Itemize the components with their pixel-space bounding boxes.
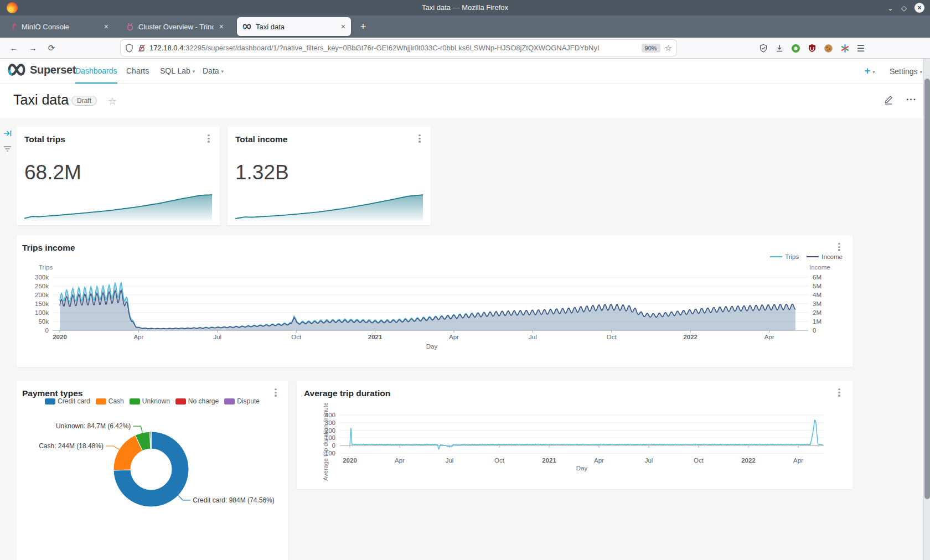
- chart-title: Total income: [235, 134, 287, 144]
- chart-card-trips-income: Trips income TripsIncome 300k6M250k5M200…: [17, 235, 852, 367]
- favorite-star-icon[interactable]: ☆: [108, 95, 117, 107]
- extension-green-icon[interactable]: [791, 44, 800, 53]
- x-axis-tick-label: 2021: [368, 334, 383, 340]
- x-axis-tick-label: Oct: [607, 334, 617, 340]
- y-axis-tick-label: 2M: [813, 309, 822, 316]
- chart-card-avg-trip-duration: Average trip duration Average trip durat…: [297, 381, 852, 489]
- x-axis-tick-label: Apr: [133, 334, 143, 340]
- x-axis-tick-label: Apr: [793, 457, 803, 464]
- x-axis-tick-label: 2022: [741, 457, 756, 464]
- more-actions-icon[interactable]: ···: [906, 95, 917, 105]
- nav-item-charts[interactable]: Charts: [126, 59, 149, 84]
- y-axis-tick-label: 250k: [35, 283, 49, 289]
- reload-button[interactable]: ⟳: [44, 41, 59, 55]
- insecure-lock-icon[interactable]: [137, 44, 146, 53]
- chart-card-total-trips: Total trips 68.2M: [17, 127, 220, 225]
- filter-funnel-icon[interactable]: [3, 145, 12, 153]
- browser-window: Taxi data — Mozilla Firefox ⌄ ◇ × MinIO …: [0, 0, 930, 560]
- scrollbar-thumb[interactable]: [924, 79, 930, 499]
- y-axis-tick-label: 200: [325, 427, 335, 434]
- superset-logo[interactable]: Superset: [7, 63, 76, 76]
- edit-pencil-icon[interactable]: [883, 94, 894, 105]
- chevron-down-icon: ▾: [193, 69, 195, 74]
- pie-annotation: Unknown: 84.7M (6.42%): [56, 422, 131, 430]
- big-number-value: 1.32B: [235, 161, 289, 184]
- x-axis-tick-label: Oct: [694, 457, 704, 464]
- back-button[interactable]: ←: [7, 41, 21, 55]
- settings-menu[interactable]: Settings▾: [890, 67, 922, 76]
- protections-shield-icon[interactable]: [759, 44, 768, 53]
- downloads-icon[interactable]: [775, 44, 784, 53]
- tab-close-icon[interactable]: ×: [219, 22, 224, 31]
- nav-item-dashboards[interactable]: Dashboards: [75, 59, 117, 84]
- chevron-down-icon: ▾: [919, 69, 922, 75]
- x-axis-tick-label: Jul: [446, 457, 454, 464]
- menu-hamburger-icon[interactable]: ☰: [857, 43, 865, 54]
- chart-menu-kebab-icon[interactable]: [205, 134, 212, 144]
- tab-close-icon[interactable]: ×: [104, 22, 108, 31]
- trino-bunny-icon: [126, 23, 134, 31]
- y-axis-tick-label: 300k: [35, 274, 49, 281]
- x-axis-tick-label: Jul: [529, 334, 537, 340]
- y-axis-tick-label: 1M: [813, 318, 822, 325]
- window-close-button[interactable]: ×: [914, 3, 924, 13]
- forward-button[interactable]: →: [25, 41, 40, 55]
- y-axis-tick-label: 0: [813, 327, 816, 334]
- ublock-origin-icon[interactable]: [808, 44, 817, 53]
- y-axis-title-left: Trips: [39, 264, 53, 271]
- tab-label: Cluster Overview - Trino: [138, 23, 214, 31]
- dashboard-body: Total trips 68.2M Total income 1.32B Tri…: [0, 118, 923, 560]
- chart-title: Total trips: [24, 134, 65, 144]
- page-scrollbar[interactable]: [923, 59, 930, 560]
- bookmark-star-icon[interactable]: ☆: [665, 43, 672, 53]
- big-number-value: 68.2M: [24, 161, 81, 184]
- url-bar[interactable]: 172.18.0.4:32295/superset/dashboard/1/?n…: [121, 40, 676, 56]
- superset-infinity-icon: [7, 63, 27, 76]
- x-axis-tick-label: Apr: [764, 334, 774, 340]
- page-zoom-badge[interactable]: 90%: [642, 44, 660, 53]
- superset-navbar: Superset Dashboards Charts SQL Lab▾ Data…: [0, 59, 930, 84]
- minio-flamingo-icon: [10, 23, 17, 31]
- x-axis-tick-label: 2020: [343, 457, 357, 464]
- x-axis-tick-label: Oct: [494, 457, 505, 464]
- chevron-down-icon: ▾: [221, 69, 224, 74]
- avg-trip-duration-plot: 4003002001000-1002020AprJulOct2021AprJul…: [297, 381, 852, 489]
- x-axis-tick-label: Oct: [291, 334, 302, 340]
- x-axis-tick-label: 2020: [53, 334, 67, 340]
- dashboard-header: Taxi data Draft ☆ ···: [0, 84, 930, 118]
- y-axis-tick-label: 6M: [813, 274, 822, 281]
- trend-sparkline: [235, 192, 423, 221]
- tab-taxi-data-active[interactable]: Taxi data ×: [237, 17, 351, 36]
- url-text[interactable]: 172.18.0.4:32295/superset/dashboard/1/?n…: [149, 44, 637, 52]
- y-axis-title-right: Income: [809, 264, 830, 271]
- y-axis-tick-label: 3M: [813, 300, 822, 307]
- browser-toolbar: ← → ⟳ 172.18.0.4:32295/superset/dashboar…: [0, 38, 930, 59]
- y-axis-tick-label: 0: [45, 327, 49, 334]
- tab-trino[interactable]: Cluster Overview - Trino ×: [121, 17, 229, 36]
- y-axis-tick-label: 100k: [35, 309, 49, 316]
- expand-filter-bar-icon[interactable]: [3, 129, 12, 138]
- x-axis-tick-label: Jul: [213, 334, 221, 340]
- chart-menu-kebab-icon[interactable]: [416, 134, 423, 144]
- y-axis-tick-label: 50k: [38, 318, 49, 325]
- window-minimize-button[interactable]: ⌄: [887, 4, 893, 12]
- tab-close-icon[interactable]: ×: [341, 22, 345, 31]
- tracking-shield-icon[interactable]: [125, 44, 133, 53]
- window-title: Taxi data — Mozilla Firefox: [0, 0, 930, 15]
- payment-types-donut: Unknown: 84.7M (6.42%)Cash: 244M (18.48%…: [17, 381, 288, 560]
- new-tab-button[interactable]: +: [356, 20, 370, 33]
- pie-annotation: Credit card: 984M (74.56%): [193, 496, 274, 504]
- dashboard-title: Taxi data: [13, 92, 69, 108]
- pie-annotation: Cash: 244M (18.48%): [39, 442, 104, 450]
- tab-label: Taxi data: [256, 23, 335, 31]
- tab-minio-console[interactable]: MinIO Console ×: [4, 17, 114, 36]
- window-maximize-button[interactable]: ◇: [901, 4, 907, 12]
- y-axis-tick-label: 4M: [813, 292, 822, 298]
- tab-strip: MinIO Console × Cluster Overview - Trino…: [0, 15, 930, 38]
- cookie-extension-icon[interactable]: [824, 44, 833, 53]
- y-axis-tick-label: 400: [325, 412, 335, 418]
- nav-item-data[interactable]: Data▾: [203, 59, 224, 84]
- nav-item-sql-lab[interactable]: SQL Lab▾: [160, 59, 195, 84]
- new-object-button[interactable]: +▾: [865, 65, 875, 77]
- color-asterisk-extension-icon[interactable]: [840, 44, 850, 53]
